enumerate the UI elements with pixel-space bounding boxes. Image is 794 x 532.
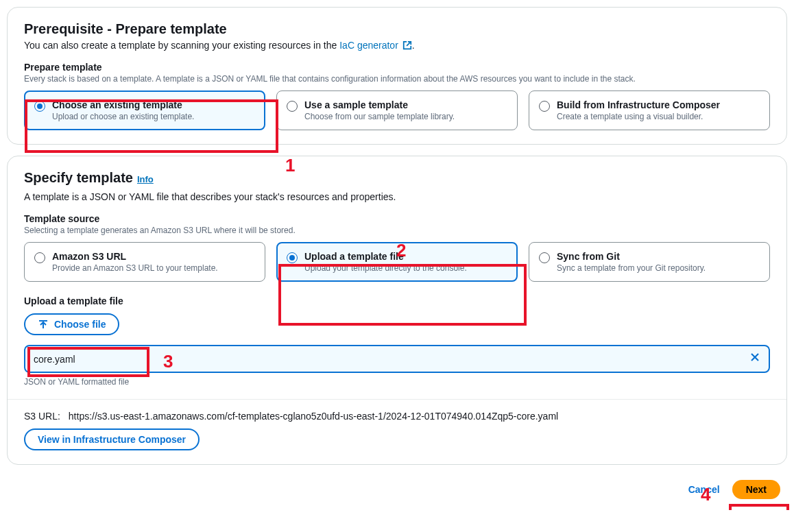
upload-icon <box>38 319 49 330</box>
external-link-icon <box>402 40 412 50</box>
cancel-button[interactable]: Cancel <box>688 484 720 495</box>
view-composer-button[interactable]: View in Infrastructure Composer <box>24 428 200 450</box>
template-source-help: Selecting a template generates an Amazon… <box>24 226 770 235</box>
option-title: Use a sample template <box>304 99 455 110</box>
iac-generator-link[interactable]: IaC generator <box>339 40 412 51</box>
prepare-template-help: Every stack is based on a template. A te… <box>24 74 770 84</box>
info-link[interactable]: Info <box>137 174 154 184</box>
s3-url-value: https://s3.us-east-1.amazonaws.com/cf-te… <box>69 411 558 422</box>
prerequisite-title: Prerequisite - Prepare template <box>24 21 770 37</box>
option-desc: Choose from our sample template library. <box>304 112 455 121</box>
prepare-template-options: Choose an existing template Upload or ch… <box>24 90 770 130</box>
option-s3-url[interactable]: Amazon S3 URL Provide an Amazon S3 URL t… <box>24 242 265 282</box>
option-desc: Sync a template from your Git repository… <box>557 263 706 273</box>
subtitle-suffix: . <box>412 40 415 51</box>
prerequisite-panel: Prerequisite - Prepare template You can … <box>7 7 787 145</box>
choose-file-label: Choose file <box>54 319 106 330</box>
choose-file-button[interactable]: Choose file <box>24 313 119 335</box>
specify-subtitle: A template is a JSON or YAML file that d… <box>24 191 770 202</box>
radio-icon <box>34 252 45 263</box>
prepare-template-label: Prepare template <box>24 62 770 73</box>
option-choose-existing[interactable]: Choose an existing template Upload or ch… <box>24 90 265 130</box>
specify-template-panel: Specify template Info A template is a JS… <box>7 156 787 465</box>
radio-icon <box>539 101 550 112</box>
template-source-options: Amazon S3 URL Provide an Amazon S3 URL t… <box>24 242 770 282</box>
subtitle-text: You can also create a template by scanni… <box>24 40 339 51</box>
template-source-label: Template source <box>24 213 770 224</box>
radio-icon <box>539 252 550 263</box>
option-infra-composer[interactable]: Build from Infrastructure Composer Creat… <box>529 90 770 130</box>
file-hint: JSON or YAML formatted file <box>24 377 770 387</box>
option-title: Sync from Git <box>557 251 706 262</box>
radio-icon <box>287 252 298 263</box>
annotation-box-4 <box>729 504 789 510</box>
radio-icon <box>287 101 298 112</box>
file-name: core.yaml <box>34 354 75 365</box>
option-title: Amazon S3 URL <box>52 251 218 262</box>
specify-title: Specify template <box>24 170 133 186</box>
s3-url-row: S3 URL: https://s3.us-east-1.amazonaws.c… <box>24 411 770 422</box>
action-row: Cancel Next <box>7 476 787 503</box>
option-desc: Create a template using a visual builder… <box>557 112 720 121</box>
option-upload-file[interactable]: Upload a template file Upload your templ… <box>276 242 518 282</box>
option-sync-git[interactable]: Sync from Git Sync a template from your … <box>529 242 770 282</box>
option-desc: Upload your template directly to the con… <box>304 263 467 273</box>
next-button[interactable]: Next <box>732 480 780 499</box>
divider <box>8 399 786 400</box>
option-desc: Upload or choose an existing template. <box>52 112 194 121</box>
option-title: Choose an existing template <box>52 99 194 110</box>
radio-icon <box>34 101 45 112</box>
upload-label: Upload a template file <box>24 295 770 306</box>
file-input[interactable]: core.yaml <box>24 345 770 373</box>
clear-file-button[interactable] <box>749 352 760 366</box>
option-sample-template[interactable]: Use a sample template Choose from our sa… <box>276 90 518 130</box>
option-title: Upload a template file <box>304 251 467 262</box>
prerequisite-subtitle: You can also create a template by scanni… <box>24 40 770 51</box>
s3-url-label: S3 URL: <box>24 411 60 422</box>
close-icon <box>749 352 760 363</box>
option-desc: Provide an Amazon S3 URL to your templat… <box>52 263 218 273</box>
option-title: Build from Infrastructure Composer <box>557 99 720 110</box>
page-root: { "prereq": { "title": "Prerequisite - P… <box>7 7 787 503</box>
